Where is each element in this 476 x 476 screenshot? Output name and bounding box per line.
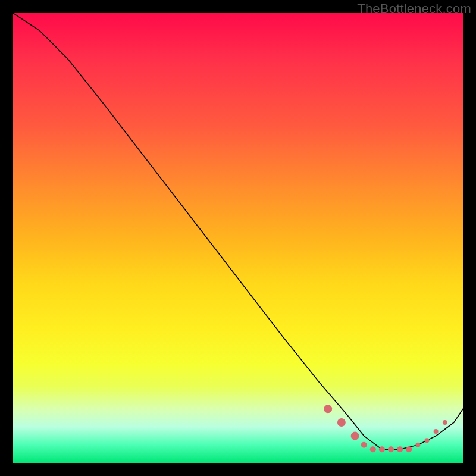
data-point-cluster-f [388, 446, 394, 452]
data-point-cluster-a [337, 418, 346, 427]
data-point-cluster-i [415, 443, 420, 447]
chart-overlay-svg [13, 13, 463, 463]
data-point-cluster-e [379, 446, 385, 452]
watermark-text: TheBottleneck.com [357, 1, 471, 17]
data-point-cluster-d [370, 446, 376, 452]
data-point-upper-right-b [443, 420, 447, 425]
data-point-cluster-left-edge [324, 405, 332, 413]
bottleneck-curve [13, 13, 463, 449]
data-point-cluster-g [397, 446, 403, 452]
data-point-cluster-h [406, 446, 412, 452]
chart-points [324, 405, 447, 452]
data-point-cluster-b [351, 432, 359, 440]
chart-frame: TheBottleneck.com [0, 0, 476, 476]
data-point-upper-right-a [434, 429, 439, 434]
data-point-cluster-c [361, 442, 367, 448]
chart-plot-area [13, 13, 463, 463]
data-point-cluster-j [425, 438, 430, 443]
